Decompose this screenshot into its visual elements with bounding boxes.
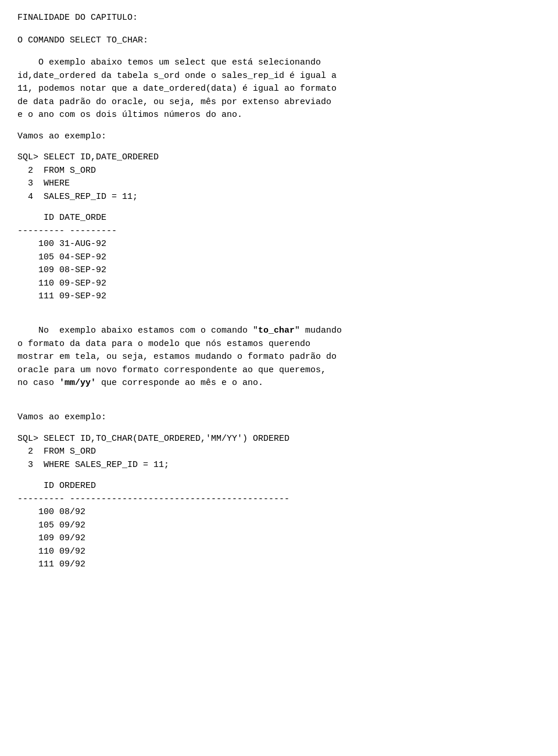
example2-result: ID ORDERED --------- -------------------… xyxy=(17,480,541,572)
example2-label: Vamos ao exemplo: xyxy=(17,411,541,425)
section1-heading: O COMANDO SELECT TO_CHAR: xyxy=(17,34,541,48)
mm-yy-highlight: 'mm/yy' xyxy=(59,378,96,388)
section2-paragraph: No exemplo abaixo estamos com o comando … xyxy=(17,312,541,404)
example1-result: ID DATE_ORDE --------- --------- 100 31-… xyxy=(17,212,541,304)
example2-code: SQL> SELECT ID,TO_CHAR(DATE_ORDERED,'MM/… xyxy=(17,433,541,472)
intro-paragraph: O exemplo abaixo temos um select que est… xyxy=(17,56,541,122)
section2-before: No exemplo abaixo estamos com o comando … xyxy=(38,326,258,336)
example1-label: Vamos ao exemplo: xyxy=(17,130,541,144)
page-title: FINALIDADE DO CAPITULO: xyxy=(17,12,541,25)
to-char-highlight: to_char xyxy=(258,326,295,336)
section2-after: que corresponde ao mês e o ano. xyxy=(96,378,263,388)
page-content: FINALIDADE DO CAPITULO: O COMANDO SELECT… xyxy=(17,12,541,572)
example1-code: SQL> SELECT ID,DATE_ORDERED 2 FROM S_ORD… xyxy=(17,151,541,204)
